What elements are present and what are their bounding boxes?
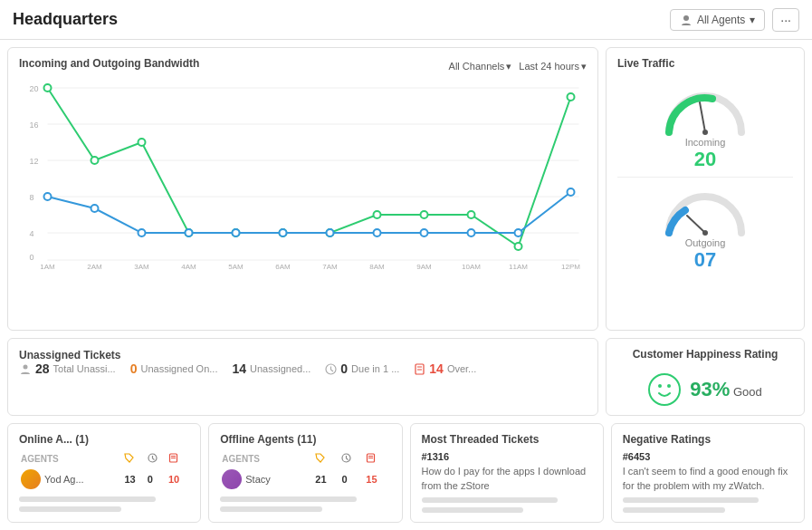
col-timer-icon (167, 451, 189, 467)
offline-agents-table: AGENTS (220, 451, 390, 492)
svg-text:0: 0 (30, 253, 34, 262)
skeleton-line (623, 497, 759, 503)
svg-point-39 (139, 229, 146, 236)
more-button[interactable]: ··· (772, 8, 799, 32)
bandwidth-card: Incoming and Outgoing Bandwidth All Chan… (7, 47, 598, 331)
svg-line-69 (152, 458, 154, 460)
svg-line-49 (700, 102, 705, 132)
svg-point-37 (44, 193, 52, 200)
total-stat: 28 Total Unassi... (19, 361, 116, 376)
agent-timer-count: 10 (167, 467, 189, 492)
svg-point-64 (649, 374, 680, 405)
svg-point-34 (468, 211, 475, 218)
svg-text:8: 8 (30, 193, 34, 202)
svg-point-46 (468, 229, 475, 236)
online-stat: 0 Unassigned On... (130, 361, 218, 376)
outgoing-gauge-group: 0 50 Outgoing 07 (617, 183, 793, 272)
happiness-text: 93% Good (690, 378, 761, 401)
svg-text:8AM: 8AM (369, 263, 385, 269)
svg-point-35 (515, 243, 522, 250)
incoming-gauge-group: 0 50 Incoming 20 (617, 82, 793, 171)
incoming-label: Incoming (685, 137, 726, 148)
outgoing-value-row: Outgoing (685, 237, 726, 248)
bandwidth-title: Incoming and Outgoing Bandwidth (19, 57, 199, 70)
clock-icon (325, 363, 337, 375)
timer-icon (414, 363, 425, 375)
svg-text:16: 16 (30, 120, 39, 130)
live-traffic-card: Live Traffic 0 50 Incoming 20 (606, 47, 805, 331)
svg-point-25 (44, 84, 52, 92)
incoming-gauge-svg: 0 50 (660, 82, 750, 137)
divider (617, 177, 793, 178)
svg-point-54 (702, 230, 708, 236)
svg-point-41 (233, 229, 240, 236)
skeleton-line (623, 507, 725, 513)
main-content: Incoming and Outgoing Bandwidth All Chan… (0, 40, 812, 530)
svg-text:10AM: 10AM (462, 263, 481, 269)
col-tag-icon (122, 451, 145, 467)
svg-text:5AM: 5AM (228, 263, 244, 269)
skeleton-line (220, 506, 322, 512)
overdue-stat: 14 Over... (414, 361, 476, 376)
channels-filter[interactable]: All Channels ▾ (449, 61, 512, 72)
page-title: Headquarters (13, 10, 118, 29)
col-clock-icon (146, 451, 167, 467)
header: Headquarters All Agents ▾ ··· (0, 0, 812, 40)
svg-text:4: 4 (30, 229, 34, 238)
svg-point-42 (280, 229, 287, 236)
agent-clock-count: 0 (339, 467, 364, 492)
svg-point-43 (327, 229, 334, 236)
agent-timer-count: 15 (364, 467, 390, 492)
col-tag-icon (313, 451, 339, 467)
online-agents-table: AGENTS (19, 451, 189, 492)
incoming-value: 20 (694, 148, 716, 171)
svg-line-53 (687, 216, 705, 233)
svg-point-48 (568, 188, 575, 196)
online-label: Unassigned On... (140, 363, 217, 374)
svg-text:11AM: 11AM (509, 263, 528, 269)
total-num: 28 (35, 361, 50, 376)
more-icon: ··· (780, 13, 791, 27)
svg-point-57 (24, 365, 28, 370)
svg-text:0: 0 (669, 135, 673, 137)
avatar (222, 469, 242, 489)
offline-agents-card: Offline Agents (11) AGENTS (208, 423, 402, 523)
svg-text:9AM: 9AM (416, 263, 432, 269)
svg-point-26 (91, 157, 99, 164)
svg-point-32 (374, 211, 381, 218)
dropdown-arrow: ▾ (750, 14, 755, 26)
happiness-score-value: 93% (690, 378, 730, 400)
outgoing-label: Outgoing (685, 237, 726, 248)
svg-text:12: 12 (30, 157, 39, 166)
unread-num: 14 (232, 361, 246, 376)
svg-point-45 (421, 229, 428, 236)
svg-point-40 (186, 229, 193, 236)
due1-label: Due in 1 ... (351, 363, 399, 374)
offline-agents-title: Offline Agents (11) (220, 433, 390, 446)
svg-point-66 (667, 384, 671, 388)
agent-icon (680, 14, 693, 26)
online-agents-card: Online A... (1) AGENTS (7, 423, 201, 523)
bandwidth-header: Incoming and Outgoing Bandwidth All Chan… (19, 57, 587, 75)
happiness-title: Customer Happiness Rating (633, 348, 779, 361)
agents-dropdown[interactable]: All Agents ▾ (670, 9, 765, 31)
svg-point-27 (139, 139, 146, 146)
ticket-desc: I can't seem to find a good enough fix f… (623, 465, 793, 493)
time-filter[interactable]: Last 24 hours ▾ (519, 61, 587, 72)
skeleton-line (220, 496, 357, 502)
svg-text:1AM: 1AM (40, 263, 55, 269)
svg-point-33 (421, 211, 428, 218)
svg-point-38 (91, 205, 99, 212)
due1-stat: 0 Due in 1 ... (325, 361, 399, 376)
ticket-desc: How do I pay for the apps I download fro… (422, 465, 592, 493)
svg-text:4AM: 4AM (181, 263, 196, 269)
svg-point-65 (658, 384, 662, 388)
unread-stat: 14 Unassigned... (232, 361, 310, 376)
app-container: Headquarters All Agents ▾ ··· Incoming a… (0, 0, 812, 530)
col-timer-icon (364, 451, 390, 467)
unassigned-stats: 28 Total Unassi... 0 Unassigned On... 14… (19, 361, 587, 376)
unread-label: Unassigned... (250, 363, 310, 374)
svg-text:0: 0 (669, 236, 673, 237)
svg-point-0 (683, 15, 689, 21)
svg-text:7AM: 7AM (322, 263, 338, 269)
